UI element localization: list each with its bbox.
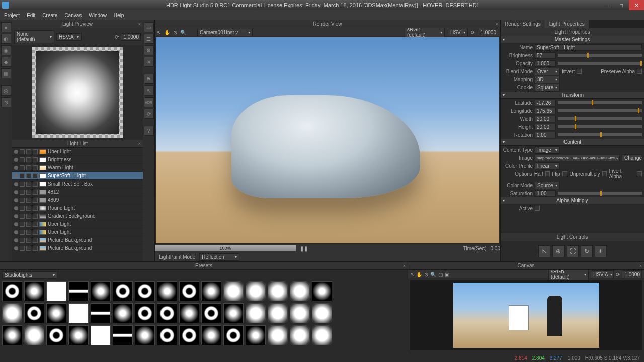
lc-rotate-icon[interactable]: ↻ bbox=[581, 245, 593, 257]
list-cursor-icon[interactable]: ↖ bbox=[144, 85, 154, 96]
half-check[interactable] bbox=[545, 171, 550, 176]
close-icon[interactable]: × bbox=[403, 263, 406, 268]
lock-check[interactable] bbox=[26, 149, 31, 154]
solo-icon[interactable] bbox=[14, 150, 18, 154]
preset-thumb[interactable] bbox=[113, 303, 133, 323]
blendmode-select[interactable]: Over bbox=[535, 68, 560, 75]
solo-icon[interactable] bbox=[14, 158, 18, 162]
preset-thumb[interactable] bbox=[223, 325, 244, 345]
list-delete-icon[interactable]: ✕ bbox=[144, 57, 154, 67]
preset-thumb[interactable] bbox=[179, 281, 199, 301]
list-rect-icon[interactable]: ▭ bbox=[144, 22, 154, 32]
color-swatch[interactable] bbox=[39, 222, 46, 227]
tool-sphere-icon[interactable]: ● bbox=[1, 22, 11, 32]
preset-thumb[interactable] bbox=[24, 303, 44, 323]
preset-thumb[interactable] bbox=[157, 281, 177, 301]
preset-thumb[interactable] bbox=[201, 281, 221, 301]
saturation-slider[interactable] bbox=[558, 192, 642, 195]
lock-check[interactable] bbox=[26, 206, 31, 211]
preset-thumb[interactable] bbox=[268, 281, 288, 301]
list-help-icon[interactable]: ? bbox=[144, 126, 154, 136]
preset-thumb[interactable] bbox=[68, 281, 89, 301]
solo-icon[interactable] bbox=[14, 246, 18, 250]
visibility-check[interactable] bbox=[20, 230, 25, 235]
color-swatch[interactable] bbox=[39, 238, 46, 243]
visibility-check[interactable] bbox=[20, 165, 25, 170]
unpremultiply-check[interactable] bbox=[602, 171, 607, 176]
color-swatch[interactable] bbox=[39, 182, 46, 187]
preset-thumb[interactable] bbox=[46, 303, 66, 323]
preset-thumb[interactable] bbox=[46, 325, 66, 345]
menu-project[interactable]: Project bbox=[4, 13, 20, 18]
height-field[interactable] bbox=[535, 124, 556, 130]
color-swatch[interactable] bbox=[39, 149, 46, 154]
longitude-field[interactable] bbox=[535, 108, 556, 114]
visibility-check[interactable] bbox=[20, 157, 25, 162]
solo-icon[interactable] bbox=[14, 222, 18, 226]
list-item[interactable]: SuperSoft - Light bbox=[12, 172, 143, 180]
preset-thumb[interactable] bbox=[179, 303, 199, 323]
canvas-exposure[interactable]: 1.0000 bbox=[622, 270, 642, 278]
menu-create[interactable]: Create bbox=[42, 13, 57, 18]
list-item[interactable]: Uber Light bbox=[12, 228, 143, 236]
preset-thumb[interactable] bbox=[179, 325, 199, 345]
preset-thumb[interactable] bbox=[223, 281, 244, 301]
list-item[interactable]: Picture Background bbox=[12, 236, 143, 244]
color-mode-select[interactable]: Source bbox=[535, 182, 560, 189]
preset-thumb[interactable] bbox=[24, 325, 44, 345]
preset-thumb[interactable] bbox=[223, 303, 244, 323]
close-icon[interactable]: × bbox=[496, 22, 498, 27]
lc-center-icon[interactable]: ⊕ bbox=[552, 245, 565, 257]
image-path-field[interactable] bbox=[535, 155, 620, 161]
tool-target-icon[interactable]: ⊙ bbox=[1, 97, 11, 107]
pause-icon[interactable]: ❚❚ bbox=[300, 246, 308, 251]
mapping-select[interactable]: 3D bbox=[535, 76, 560, 83]
render-check[interactable] bbox=[33, 222, 38, 227]
preset-thumb[interactable] bbox=[312, 325, 332, 345]
list-hdr-icon[interactable]: HDR bbox=[144, 97, 154, 107]
list-item[interactable]: Round Light bbox=[12, 204, 143, 212]
list-item[interactable]: Uber Light bbox=[12, 148, 143, 156]
visibility-check[interactable] bbox=[20, 246, 25, 251]
solo-icon[interactable] bbox=[14, 190, 18, 194]
preset-thumb[interactable] bbox=[268, 325, 288, 345]
render-model-select[interactable]: HSV bbox=[448, 29, 468, 36]
lc-sun-icon[interactable]: ☀ bbox=[595, 245, 607, 257]
width-field[interactable] bbox=[535, 116, 556, 122]
preset-thumb[interactable] bbox=[113, 325, 133, 345]
visibility-check[interactable] bbox=[20, 182, 25, 187]
render-check[interactable] bbox=[33, 165, 38, 170]
maximize-button[interactable]: □ bbox=[614, 0, 629, 10]
list-gear-icon[interactable]: ⚙ bbox=[144, 45, 154, 55]
render-check[interactable] bbox=[33, 214, 38, 219]
preset-category-select[interactable]: StudioLights bbox=[2, 271, 57, 279]
render-check[interactable] bbox=[33, 173, 38, 178]
opacity-slider[interactable] bbox=[558, 62, 642, 65]
visibility-check[interactable] bbox=[20, 206, 25, 211]
width-slider[interactable] bbox=[558, 117, 642, 120]
list-item[interactable]: 4809 bbox=[12, 196, 143, 204]
section-alpha[interactable]: ▾Alpha Multiply bbox=[501, 197, 644, 204]
canvas-zoom-icon[interactable]: 🔍 bbox=[430, 272, 436, 277]
section-content[interactable]: ▾Content bbox=[501, 139, 644, 146]
preset-thumb[interactable] bbox=[201, 303, 221, 323]
preset-thumb[interactable] bbox=[135, 303, 155, 323]
lock-check[interactable] bbox=[26, 173, 31, 178]
preset-thumb[interactable] bbox=[2, 281, 22, 301]
menu-window[interactable]: Window bbox=[89, 13, 107, 18]
render-check[interactable] bbox=[33, 246, 38, 251]
rotation-field[interactable] bbox=[535, 132, 556, 138]
visibility-check[interactable] bbox=[20, 198, 25, 203]
close-icon[interactable]: × bbox=[639, 263, 642, 268]
render-check[interactable] bbox=[33, 190, 38, 195]
render-check[interactable] bbox=[33, 182, 38, 187]
longitude-slider[interactable] bbox=[558, 109, 642, 112]
solo-icon[interactable] bbox=[14, 230, 18, 234]
tool-grid-icon[interactable]: ▦ bbox=[1, 68, 11, 78]
brightness-field[interactable] bbox=[535, 52, 556, 59]
tab-light-properties[interactable]: Light Properties bbox=[545, 20, 589, 28]
visibility-check[interactable] bbox=[20, 222, 25, 227]
preset-thumb[interactable] bbox=[68, 325, 89, 345]
preset-thumb[interactable] bbox=[290, 281, 310, 301]
saturation-field[interactable] bbox=[535, 190, 556, 197]
